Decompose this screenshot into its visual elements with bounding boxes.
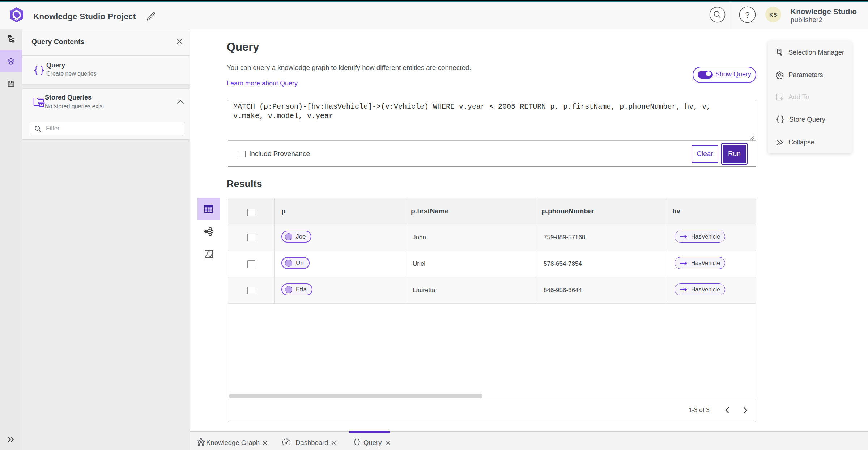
svg-text:?: ? — [745, 10, 749, 20]
